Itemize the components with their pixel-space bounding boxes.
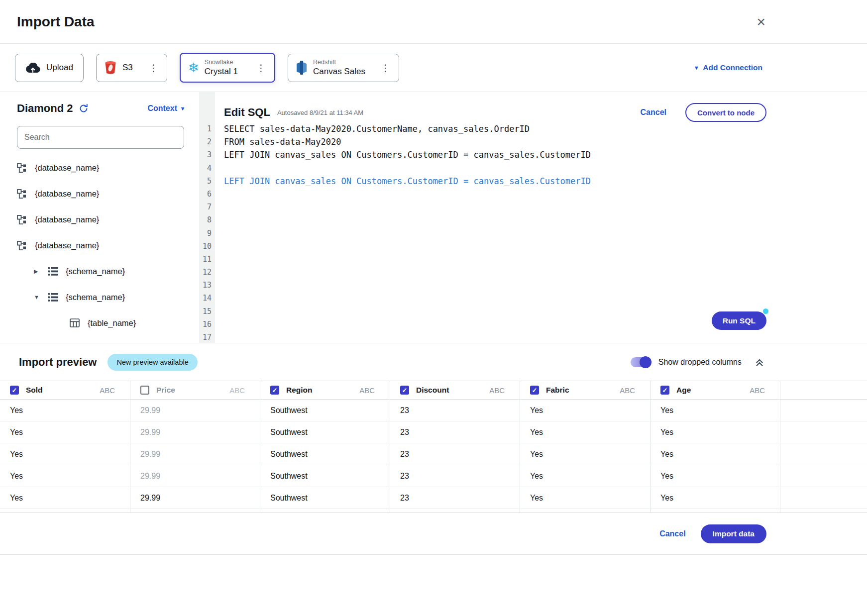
upload-label: Upload [46, 63, 73, 73]
database-icon [17, 163, 29, 173]
s3-icon [104, 60, 117, 75]
modal-header: Import Data × [0, 0, 867, 44]
sql-code-area[interactable]: SELECT sales-data-May2020.CustomerName, … [224, 122, 852, 188]
line-number: 12 [199, 266, 215, 279]
close-icon[interactable]: × [757, 14, 765, 29]
line-number-gutter: 1234567891011121314151617 [199, 92, 215, 343]
upload-button[interactable]: Upload [15, 54, 84, 82]
line-number: 13 [199, 279, 215, 292]
column-header-discount: ✓DiscountABC [390, 381, 520, 399]
redshift-connection-card[interactable]: Redshift Canvas Sales ⋮ [288, 54, 399, 82]
tree-item-table[interactable]: {table_name} [17, 310, 184, 336]
add-connection-label: Add Connection [703, 63, 762, 72]
table-cell [130, 509, 260, 513]
footer-cancel-link[interactable]: Cancel [659, 529, 685, 538]
column-header-price: PriceABC [130, 381, 260, 399]
table-cell: Yes [520, 465, 650, 487]
table-cell: Yes [650, 465, 780, 487]
line-number: 7 [199, 201, 215, 213]
column-checkbox[interactable]: ✓ [10, 386, 19, 395]
search-input[interactable] [17, 126, 184, 149]
table-filler-cell [780, 400, 867, 421]
line-number: 16 [199, 318, 215, 331]
column-checkbox[interactable] [140, 386, 149, 395]
modal-footer: Cancel Import data [0, 513, 867, 555]
schema-icon [48, 267, 60, 276]
caret-down-icon: ▾ [695, 65, 698, 71]
table-row-clipped [0, 509, 867, 513]
editor-title: Edit SQL [224, 106, 270, 119]
convert-to-node-button[interactable]: Convert to node [685, 103, 766, 122]
import-data-button[interactable]: Import data [701, 524, 766, 543]
new-preview-badge: New preview available [108, 354, 197, 371]
import-preview-header: Import preview New preview available Sho… [0, 343, 867, 381]
table-filler-cell [780, 381, 867, 399]
collapse-chevrons-icon[interactable] [755, 357, 764, 367]
snowflake-connection-card[interactable]: ❄ Snowflake Crystal 1 ⋮ [180, 53, 275, 83]
table-cell [260, 509, 390, 513]
refresh-icon[interactable] [79, 103, 89, 113]
column-type-label: ABC [100, 386, 115, 395]
tree-item-database[interactable]: {database_name} [17, 206, 184, 232]
caret-right-icon[interactable]: ▶ [34, 268, 48, 275]
kebab-menu-icon[interactable]: ⋮ [380, 62, 391, 74]
table-cell: Yes [650, 443, 780, 465]
table-filler-cell [780, 421, 867, 443]
table-cell: Southwest [260, 421, 390, 443]
line-number: 1 [199, 122, 215, 135]
line-number: 5 [199, 175, 215, 188]
column-header-sold: ✓SoldABC [0, 381, 130, 399]
tree-item-label: {schema_name} [66, 293, 125, 302]
tree-item-database[interactable]: {database_name} [17, 155, 184, 181]
code-line: SELECT sales-data-May2020.CustomerName, … [224, 122, 852, 135]
table-cell: Southwest [260, 400, 390, 421]
column-header-age: ✓AgeABC [650, 381, 780, 399]
column-label: Discount [416, 386, 449, 395]
schema-icon [48, 293, 60, 302]
column-checkbox[interactable]: ✓ [400, 386, 409, 395]
column-label: Region [286, 386, 313, 395]
context-label: Context [147, 104, 177, 113]
caret-down-icon[interactable]: ▼ [34, 294, 48, 300]
tree-item-label: {database_name} [35, 163, 99, 173]
connection-name: Crystal 1 [205, 66, 238, 77]
database-icon [17, 241, 29, 250]
column-header-fabric: ✓FabricABC [520, 381, 650, 399]
import-preview-table: ✓SoldABCPriceABC✓RegionABC✓DiscountABC✓F… [0, 381, 867, 513]
tree-item-database[interactable]: {database_name} [17, 181, 184, 206]
add-connection-button[interactable]: ▾ Add Connection [695, 63, 762, 72]
context-dropdown[interactable]: Context ▾ [147, 104, 184, 113]
s3-connection-card[interactable]: S3 ⋮ [96, 54, 167, 82]
table-row: Yes29.99Southwest23YesYes [0, 465, 867, 487]
tree-item-schema[interactable]: ▶{schema_name} [17, 258, 184, 284]
database-tree: {database_name}{database_name}{database_… [17, 155, 184, 336]
table-row: Yes29.99Southwest23YesYes [0, 443, 867, 465]
column-checkbox[interactable]: ✓ [270, 386, 279, 395]
kebab-menu-icon[interactable]: ⋮ [255, 62, 267, 74]
show-dropped-toggle[interactable] [631, 357, 650, 367]
editor-cancel-link[interactable]: Cancel [641, 108, 666, 117]
table-row: Yes29.99Southwest23YesYes [0, 400, 867, 421]
code-line: LEFT JOIN canvas_sales ON Customers.Cust… [224, 148, 852, 161]
line-number: 9 [199, 227, 215, 240]
table-cell: Yes [0, 465, 130, 487]
column-type-label: ABC [229, 386, 245, 395]
table-cell: 29.99 [130, 443, 260, 465]
tree-item-database[interactable]: {database_name} [17, 232, 184, 258]
table-cell: Yes [650, 400, 780, 421]
table-cell: 23 [390, 400, 520, 421]
connections-toolbar: Upload S3 ⋮ ❄ Snowflake Crystal 1 ⋮ [0, 44, 867, 92]
code-line [224, 162, 852, 175]
sidebar-title: Diamond 2 [17, 102, 73, 115]
column-checkbox[interactable]: ✓ [660, 386, 669, 395]
column-label: Sold [26, 386, 43, 395]
table-cell: 29.99 [130, 400, 260, 421]
line-number: 10 [199, 240, 215, 253]
kebab-menu-icon[interactable]: ⋮ [148, 62, 159, 74]
tree-item-schema[interactable]: ▼{schema_name} [17, 284, 184, 310]
toggle-label: Show dropped columns [658, 358, 742, 367]
run-sql-button[interactable]: Run SQL [712, 311, 766, 330]
column-checkbox[interactable]: ✓ [530, 386, 539, 395]
table-cell [390, 509, 520, 513]
autosave-status: Autosaved 8/9/21 at 11:34 AM [277, 109, 363, 116]
